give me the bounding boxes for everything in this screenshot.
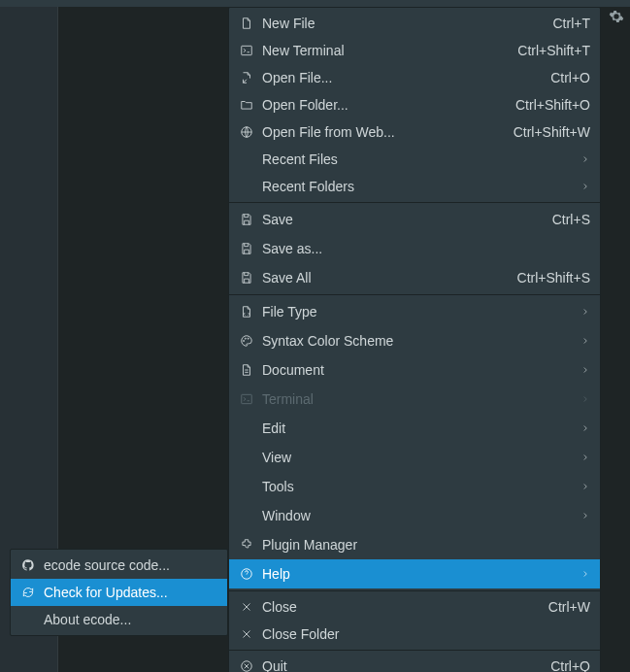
menu-item-label: Terminal	[256, 391, 577, 407]
menu-item-3-1[interactable]: Close Folder	[229, 621, 600, 648]
menu-item-label: Save as...	[256, 241, 590, 256]
document-icon	[237, 363, 256, 377]
menu-item-0-6[interactable]: Recent Folders	[229, 173, 600, 200]
menu-item-label: Document	[256, 362, 577, 378]
menu-item-0-4[interactable]: Open File from Web...Ctrl+Shift+W	[229, 118, 600, 146]
menu-item-1-1[interactable]: Save as...	[229, 234, 600, 263]
filetype-icon	[237, 305, 256, 319]
menu-item-label: Open File...	[256, 70, 550, 85]
quit-icon	[237, 659, 256, 672]
save-icon	[237, 271, 256, 285]
menu-item-shortcut: Ctrl+Shift+O	[515, 97, 590, 113]
globe-icon	[237, 125, 256, 139]
menu-item-shortcut: Ctrl+O	[550, 70, 590, 85]
menu-item-2-0[interactable]: File Type	[229, 297, 600, 326]
menu-item-shortcut: Ctrl+Shift+T	[517, 43, 590, 58]
menu-item-0-3[interactable]: Open Folder...Ctrl+Shift+O	[229, 91, 600, 118]
terminal-box-icon	[237, 392, 256, 406]
menu-item-label: View	[256, 450, 577, 465]
settings-gear-icon[interactable]	[609, 9, 624, 24]
menu-item-2-4[interactable]: Edit	[229, 414, 600, 443]
folder-icon	[237, 98, 256, 112]
menu-item-label: New File	[256, 16, 553, 31]
menu-item-label: File Type	[256, 304, 577, 319]
menu-item-0-2[interactable]: Open File...Ctrl+O	[229, 64, 600, 91]
palette-icon	[237, 334, 256, 348]
menu-item-3-0[interactable]: CloseCtrl+W	[229, 593, 600, 621]
menu-item-label: Plugin Manager	[256, 537, 590, 553]
help-icon	[237, 567, 256, 581]
menu-item-shortcut: Ctrl+T	[553, 16, 591, 31]
chevron-right-icon	[577, 511, 590, 521]
title-bar	[0, 0, 630, 7]
menu-item-label: Recent Files	[256, 151, 577, 167]
menu-item-2-5[interactable]: View	[229, 443, 600, 472]
close-icon	[237, 627, 256, 641]
chevron-right-icon	[577, 453, 590, 462]
menu-item-label: Check for Updates...	[38, 585, 217, 600]
help-submenu-item-1[interactable]: Check for Updates...	[11, 579, 227, 606]
menu-item-label: Close	[256, 599, 548, 615]
menu-item-shortcut: Ctrl+W	[548, 599, 590, 615]
menu-item-label: Open Folder...	[256, 97, 515, 113]
menu-item-0-5[interactable]: Recent Files	[229, 146, 600, 173]
menu-item-1-0[interactable]: SaveCtrl+S	[229, 205, 600, 234]
menu-item-label: Quit	[256, 658, 550, 672]
menu-item-shortcut: Ctrl+Q	[550, 658, 590, 672]
menu-separator	[229, 294, 600, 295]
svg-point-4	[248, 338, 249, 339]
chevron-right-icon	[577, 307, 590, 317]
menu-item-2-7[interactable]: Window	[229, 501, 600, 530]
main-context-menu: New FileCtrl+TNew TerminalCtrl+Shift+TOp…	[228, 7, 601, 672]
menu-item-label: Tools	[256, 479, 577, 494]
menu-item-0-1[interactable]: New TerminalCtrl+Shift+T	[229, 37, 600, 64]
chevron-right-icon	[577, 482, 590, 491]
chevron-right-icon	[577, 154, 590, 164]
menu-item-0-0[interactable]: New FileCtrl+T	[229, 10, 600, 37]
svg-point-3	[245, 338, 246, 339]
chevron-right-icon	[577, 423, 590, 433]
menu-item-label: About ecode...	[38, 612, 217, 627]
chevron-right-icon	[577, 394, 590, 404]
open-file-icon	[237, 71, 256, 84]
menu-item-label: Open File from Web...	[256, 124, 514, 140]
menu-item-label: Save All	[256, 270, 517, 286]
save-icon	[237, 242, 256, 255]
menu-separator	[229, 202, 600, 203]
menu-item-label: Window	[256, 508, 577, 523]
chevron-right-icon	[577, 336, 590, 346]
svg-rect-0	[242, 46, 252, 54]
menu-item-2-9[interactable]: Help	[229, 559, 600, 588]
help-submenu-item-2[interactable]: About ecode...	[11, 606, 227, 633]
menu-item-label: Save	[256, 212, 552, 227]
chevron-right-icon	[577, 569, 590, 579]
chevron-right-icon	[577, 365, 590, 375]
chevron-right-icon	[577, 182, 590, 191]
menu-item-shortcut: Ctrl+S	[552, 212, 590, 227]
menu-item-shortcut: Ctrl+Shift+W	[514, 124, 590, 140]
menu-item-shortcut: Ctrl+Shift+S	[517, 270, 590, 286]
menu-item-label: Edit	[256, 420, 577, 436]
menu-item-2-1[interactable]: Syntax Color Scheme	[229, 326, 600, 355]
help-submenu-item-0[interactable]: ecode source code...	[11, 552, 227, 579]
menu-item-2-8[interactable]: Plugin Manager	[229, 530, 600, 559]
menu-item-label: ecode source code...	[38, 557, 217, 573]
refresh-icon	[18, 586, 38, 599]
menu-item-1-2[interactable]: Save AllCtrl+Shift+S	[229, 263, 600, 292]
menu-item-2-2[interactable]: Document	[229, 355, 600, 385]
plugin-icon	[237, 538, 256, 552]
terminal-icon	[237, 44, 256, 57]
close-icon	[237, 600, 256, 614]
menu-item-2-6[interactable]: Tools	[229, 472, 600, 501]
svg-rect-5	[242, 394, 252, 403]
menu-item-label: Help	[256, 566, 577, 582]
svg-point-2	[244, 340, 245, 341]
github-icon	[18, 558, 38, 572]
menu-item-label: New Terminal	[256, 43, 517, 58]
menu-item-4-0[interactable]: QuitCtrl+Q	[229, 653, 600, 672]
menu-separator	[229, 590, 600, 591]
file-icon	[237, 17, 256, 30]
help-submenu: ecode source code...Check for Updates...…	[10, 549, 228, 636]
menu-item-label: Close Folder	[256, 626, 590, 642]
save-icon	[237, 213, 256, 226]
